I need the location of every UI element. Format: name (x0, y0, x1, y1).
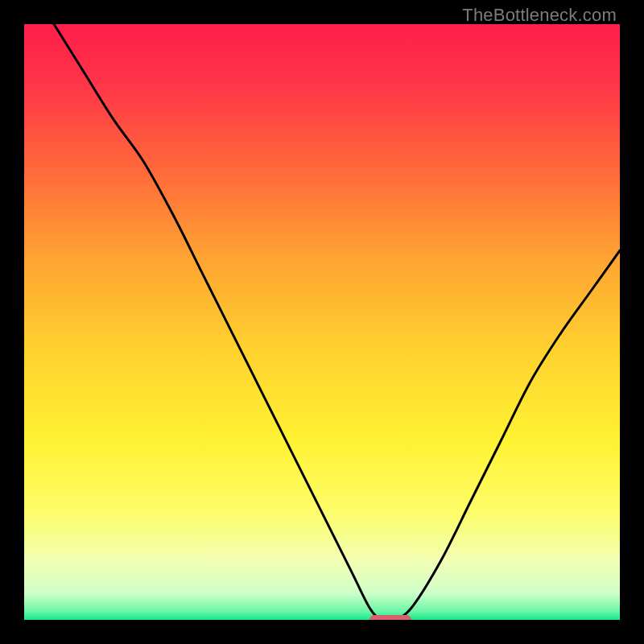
curve-layer (24, 24, 620, 620)
chart-frame: TheBottleneck.com (0, 0, 644, 644)
plot-area (24, 24, 620, 620)
optimal-zone-marker (369, 615, 411, 620)
watermark-text: TheBottleneck.com (462, 5, 617, 26)
bottleneck-curve (54, 24, 620, 620)
